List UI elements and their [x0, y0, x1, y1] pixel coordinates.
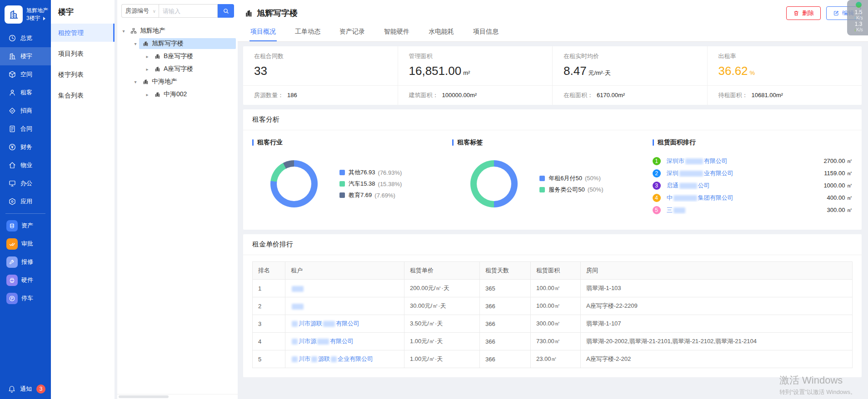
sidebar-item[interactable]: 招商	[0, 102, 51, 120]
rank-badge: 4	[653, 194, 661, 202]
brand[interactable]: 旭辉地产 3楼宇	[0, 0, 51, 29]
tree-node-main[interactable]: A座写字楼	[151, 64, 236, 74]
search-type-select[interactable]: 房源编号 ∨	[121, 4, 159, 18]
area-cell: 23.00㎡	[531, 350, 581, 368]
sidebar-item-label: 招商	[20, 107, 32, 115]
sidebar-item[interactable]: 空间	[0, 65, 51, 84]
tab-active[interactable]: 项目概况	[249, 24, 277, 41]
sidebar-item[interactable]: 报修	[0, 253, 51, 271]
rank-cell: 1	[253, 280, 285, 297]
area-ranking-section: 租赁面积排行 1深圳市有限公司2700.00 ㎡2深圳业有限公司1159.00 …	[653, 138, 853, 216]
tree-node[interactable]: ▾旭辉地产	[120, 25, 236, 37]
asset-icon	[6, 220, 18, 232]
days-cell: 366	[480, 333, 531, 350]
menu-item-link[interactable]: 楼宇列表	[51, 65, 115, 84]
sidebar-item-label: 租客	[20, 89, 32, 97]
brand-logo-icon	[5, 5, 23, 24]
sidebar-item-label: 合同	[20, 125, 32, 133]
sidebar-item[interactable]: 楼宇	[0, 47, 51, 65]
tenant-link[interactable]: 川市源有限公司	[285, 333, 404, 350]
tree-node[interactable]: ▸B座写字楼	[120, 50, 236, 63]
tenant-analysis-card: 租客分析 租客行业 其他76.93(76.93%)汽车15.38(15.38%)…	[243, 109, 862, 230]
sidebar-item-notifications[interactable]: 通知 3	[0, 384, 51, 394]
stat-value: 33	[254, 64, 387, 78]
tenant-link[interactable]	[285, 297, 404, 315]
name-text: 公司	[698, 182, 710, 189]
legend-item: 其他76.93(76.93%)	[339, 168, 402, 177]
sidebar-item[interactable]: 应用	[0, 192, 51, 211]
expand-arrow-icon[interactable]: ▾	[120, 29, 127, 34]
stat-value: 16,851.00m²	[409, 64, 542, 78]
sidebar-item[interactable]: 财务	[0, 138, 51, 156]
net-speed-widget[interactable]: 1.5 ↑K/s 1.3 ↓K/s	[847, 0, 868, 35]
tree-node[interactable]: ▸A座写字楼	[120, 63, 236, 75]
rank-cell: 4	[253, 333, 285, 350]
tab-item[interactable]: 项目信息	[472, 24, 499, 41]
table-row: 230.00元/㎡·天366100.00㎡A座写字楼-22-2209	[253, 297, 853, 315]
sidebar-item[interactable]: 合同	[0, 120, 51, 138]
tab-item[interactable]: 资产记录	[339, 24, 366, 41]
delete-button[interactable]: 删除	[786, 6, 821, 20]
sidebar-item[interactable]: 硬件	[0, 271, 51, 289]
search-button[interactable]	[218, 4, 234, 18]
sidebar-item[interactable]: 租客	[0, 84, 51, 102]
collapse-arrow-icon[interactable]: ▸	[144, 67, 151, 72]
tenant-link[interactable]	[285, 280, 404, 297]
tree-node[interactable]: ▾旭辉写字楼	[120, 37, 236, 50]
expand-arrow-icon[interactable]: ▾	[132, 41, 139, 46]
sidebar-item-label: 楼宇	[20, 52, 32, 60]
stat-label: 待租面积：	[718, 92, 748, 99]
tree-node-main[interactable]: B座写字楼	[151, 51, 236, 62]
tenant-link[interactable]: 深圳市有限公司	[667, 157, 819, 165]
tab-item[interactable]: 工单动态	[294, 24, 321, 41]
tree-node-main[interactable]: 中海002	[151, 89, 236, 100]
menu-item-link[interactable]: 项目列表	[51, 44, 115, 63]
building-icon	[154, 65, 161, 73]
stat-value: 100000.00m²	[442, 92, 477, 99]
rank-cell: 2	[253, 297, 285, 315]
tab-item[interactable]: 水电能耗	[428, 24, 455, 41]
sidebar-item[interactable]: 审批	[0, 235, 51, 253]
tenant-tag-donut	[470, 160, 518, 207]
tree-node[interactable]: ▾中海地产	[120, 75, 236, 88]
table-header-cell: 租赁天数	[480, 262, 531, 280]
tree-node[interactable]: ▸中海002	[120, 88, 236, 101]
sidebar-item[interactable]: 停车	[0, 289, 51, 307]
sidebar-item[interactable]: 总览	[0, 29, 51, 47]
table-row: 3川市源联有限公司3.50元/㎡·天366300.00㎡翡翠湖-1-107	[253, 315, 853, 333]
collapse-arrow-icon[interactable]: ▸	[144, 92, 151, 97]
sidebar-item[interactable]: 资产	[0, 217, 51, 235]
menu-item-active[interactable]: 租控管理	[51, 24, 115, 42]
sidebar-item[interactable]: 办公	[0, 174, 51, 192]
sidebar-item-label: 物业	[20, 161, 32, 169]
brand-expand-icon[interactable]	[43, 17, 45, 20]
menu-item-link[interactable]: 集合列表	[51, 86, 115, 104]
tree-horizontal-scrollbar[interactable]	[117, 394, 238, 399]
sidebar-item-label: 硬件	[21, 276, 33, 284]
net-widget-icon	[856, 2, 862, 8]
tenant-link[interactable]: 三	[667, 206, 823, 214]
price-cell: 3.50元/㎡·天	[404, 315, 480, 333]
tree-node-main[interactable]: 中海地产	[139, 76, 236, 87]
tree-node-main[interactable]: 旭辉地产	[127, 25, 236, 36]
finance-icon	[8, 143, 16, 152]
expand-arrow-icon[interactable]: ▾	[132, 79, 139, 84]
tree-node-main[interactable]: 旭辉写字楼	[139, 38, 236, 49]
tenant-link[interactable]: 启通公司	[667, 182, 819, 190]
search-input[interactable]	[159, 4, 218, 18]
tenant-link[interactable]: 中集团有限公司	[667, 194, 823, 202]
price-cell: 30.00元/㎡·天	[404, 297, 480, 315]
tab-item[interactable]: 智能硬件	[383, 24, 410, 41]
redacted-text	[292, 304, 304, 310]
tenant-link[interactable]: 深圳业有限公司	[667, 169, 820, 177]
tenant-link[interactable]: 川市源联企业有限公司	[285, 350, 404, 368]
collapse-arrow-icon[interactable]: ▸	[144, 54, 151, 59]
legend-label: 年租6月付50	[549, 174, 582, 182]
sidebar-item-label: 资产	[21, 222, 33, 230]
stat-unit: m²	[463, 69, 470, 76]
sidebar-item[interactable]: 物业	[0, 156, 51, 174]
redacted-text	[685, 158, 703, 164]
stat-value: 6170.00m²	[597, 92, 625, 99]
tenant-link[interactable]: 川市源联有限公司	[285, 315, 404, 333]
office-icon	[8, 179, 16, 188]
